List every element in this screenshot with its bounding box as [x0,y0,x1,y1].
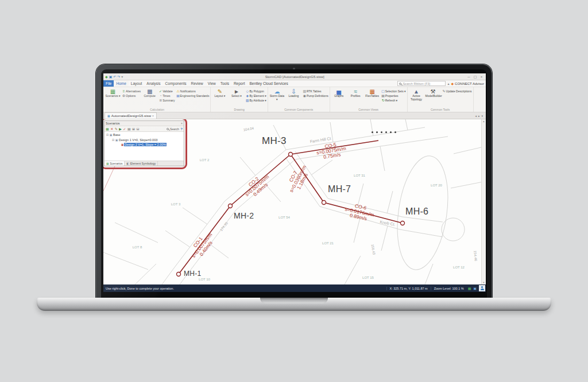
scenarios-tree: ⊟▣Base⊟▣Design 1 V=0, Slope=0.003▣Design… [105,132,184,161]
continuation-dot [381,131,382,133]
options-icon: ⚙ [122,94,126,98]
compute-button[interactable]: ▩Compute [142,88,157,98]
menu-tab-file[interactable]: File [103,80,114,87]
engineering-standards-icon: ▤ [176,94,180,98]
help-icon[interactable]: ? [180,127,183,131]
tree-item-design-1-v-0-slope-0-003[interactable]: ⊟▣Design 1 V=0, Slope=0.003 [105,138,184,143]
menu-tab-home[interactable]: Home [114,80,128,87]
save-status-icon[interactable]: ▣ [472,286,478,290]
scenarios-button[interactable]: ▦Scenarios ▾ [105,88,121,98]
by-attribute-button[interactable]: ▧By Attribute ▾ [245,98,266,103]
redo-icon[interactable]: ↷ [117,75,120,79]
by-element-button[interactable]: ◈By Element ▾ [245,93,266,98]
validate-button[interactable]: ✓Validate [158,89,175,93]
drawing-area[interactable]: Scenarios × ▦✕✎▶✓▤⊞⊟ Search ? ⊟▣Base⊟▣De… [103,119,486,284]
quick-access-caret-icon[interactable]: ▾ [121,75,123,79]
loading-button[interactable]: ⇩Loading [286,88,301,98]
select-button[interactable]: ►Select ▾ [229,88,244,98]
scenarios-search[interactable]: Search [167,127,179,131]
tree-item-base[interactable]: ⊟▣Base [105,132,184,138]
pump-definitions-button[interactable]: ◉Pump Definitions [303,93,328,98]
undo-icon[interactable]: ↶ [113,75,116,79]
make-current-icon[interactable]: ✓ [123,127,126,131]
node-label-mh-7: MH-7 [328,184,351,194]
scenarios-panel-title-label: Scenarios [106,122,119,125]
menu-tab-view[interactable]: View [206,80,218,87]
storm-data-button[interactable]: ☁Storm Data ▾ [269,88,285,101]
laptop-screen: ◆ ▣ ↶ ↷ ▾ StormCAD [AutomatedDesignG5.st… [96,64,492,298]
menu-tab-analysis[interactable]: Analysis [144,80,163,87]
lot-label: LOT 2 [200,158,210,162]
graphs-button[interactable]: ▅Graphs [331,88,347,98]
vertical-scrollbar[interactable]: ▴ ▾ [481,119,486,284]
continuation-dot [390,131,392,133]
flextables-button[interactable]: ▦FlexTables [365,88,380,98]
scenarios-panel-close-icon[interactable]: × [181,122,183,125]
continuation-dot [376,131,378,133]
times-button[interactable]: ◔Times [158,93,175,98]
tab-scroll-right-icon[interactable]: ▸ [478,114,480,118]
rename-scenario-icon[interactable]: ✎ [115,127,118,131]
panel-tab-scenarios[interactable]: ▦Scenarios [105,161,125,166]
profiles-button[interactable]: ≈Profiles [348,88,363,98]
zoom-extents-icon[interactable]: ▦ [467,286,473,290]
tree-item-design-2-v-1-slope-2-00[interactable]: ▣Design 2 V=1, Slope = 2.00% [105,142,184,147]
tab-scroll-left-icon[interactable]: ◂ [475,114,477,118]
titlebar: ◆ ▣ ↶ ↷ ▾ StormCAD [AutomatedDesignG5.st… [103,73,486,80]
options-button[interactable]: ⚙Options [122,93,141,98]
document-tab-close-icon[interactable]: × [152,114,154,118]
save-icon[interactable]: ▣ [109,75,113,79]
scenarios-search-label: Search [170,127,179,131]
alternatives-button[interactable]: ≡Alternatives [122,89,141,93]
layout-button[interactable]: ✎Layout ▾ [212,88,227,98]
zoom-level: Zoom Level: 100.1 % [431,287,467,290]
scroll-down-icon[interactable]: ▾ [483,281,484,284]
document-tab[interactable]: ▦ AutomatedDesignG5.stsw × [105,112,157,119]
delete-scenario-icon[interactable]: ✕ [110,127,113,131]
menu-tab-bentley-cloud-services[interactable]: Bentley Cloud Services [247,80,290,87]
ribbon-group-label: Common Components [269,108,328,112]
collapse-all-icon[interactable]: ⊟ [137,127,140,131]
selection-sets-button[interactable]: ▢Selection Sets ▾ [381,89,406,93]
engineering-standards-button[interactable]: ▤Engineering Standards [176,93,210,98]
maximize-button[interactable]: ▢ [473,75,478,79]
properties-button[interactable]: ▤Properties [381,93,406,98]
menu-tab-report[interactable]: Report [231,80,247,87]
search-icon [399,83,401,85]
compute-scenario-icon[interactable]: ▶ [119,127,122,131]
alternatives-icon: ≡ [122,89,126,93]
by-polygon-button[interactable]: ◇By Polygon [245,89,266,93]
notifications-button[interactable]: ⚠Notifications [176,89,210,93]
user-button[interactable] [479,285,485,291]
rtk-tables-button[interactable]: ▥RTK Tables [303,89,328,93]
update-descriptions-button[interactable]: ✎Update Descriptions [442,89,472,93]
collapse-ribbon-icon[interactable]: ▴ [447,82,449,85]
expand-all-icon[interactable]: ⊞ [132,127,135,131]
node-label-mh-2: MH-2 [234,211,254,220]
summary-button[interactable]: ≣Summary [158,98,175,103]
laptop-base [37,298,551,311]
lot-label: LOT 10 [199,278,210,281]
modelbuilder-button[interactable]: ⚒ModelBuilder [425,88,441,98]
scroll-up-icon[interactable]: ▴ [483,120,484,123]
menu-tab-review[interactable]: Review [188,80,205,87]
scenarios-tab-icon: ▦ [106,162,109,165]
ribbon-group-label: Drawing [212,108,266,112]
menu-tab-components[interactable]: Components [163,80,189,87]
by-polygon-icon: ◇ [245,89,249,93]
panel-tab-element-symbology[interactable]: ◧Element Symbology [125,161,158,166]
refresh-button[interactable]: ↻Refresh ▾ [381,98,406,103]
active-topology-button[interactable]: ▲Active Topology [409,88,424,101]
scenario-properties-icon[interactable]: ▤ [127,127,131,131]
new-scenario-icon[interactable]: ▦ [106,127,109,131]
lot-label: LOT 3 [171,202,181,206]
tab-list-icon[interactable]: ▾ [481,114,483,118]
pump-definitions-icon: ◉ [303,94,307,98]
menu-tab-layout[interactable]: Layout [129,80,145,87]
minimize-button[interactable]: ─ [466,75,471,79]
close-button[interactable]: × [479,75,484,79]
rtk-tables-icon: ▥ [303,89,307,93]
ribbon-search-input[interactable]: Search Ribbon (F3) [397,81,446,86]
menu-tab-tools[interactable]: Tools [218,80,231,87]
connect-advisor-button[interactable]: ◆ CONNECT Advisor [451,81,484,85]
